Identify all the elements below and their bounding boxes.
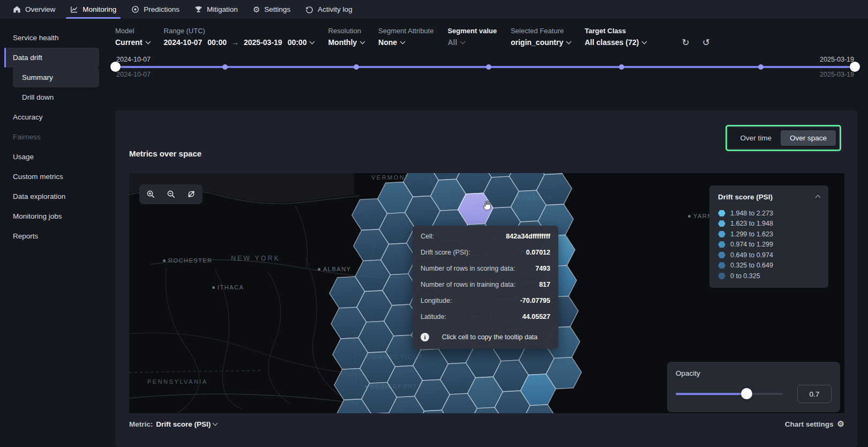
refresh-icon[interactable]: ↻ xyxy=(682,39,689,47)
sidebar-item-accuracy[interactable]: Accuracy xyxy=(0,107,104,127)
nav-item-settings[interactable]: ⚙ Settings xyxy=(245,0,298,19)
sidebar-item-usage[interactable]: Usage xyxy=(0,147,104,167)
timeline-track[interactable] xyxy=(115,66,855,68)
nav-item-predictions[interactable]: Predictions xyxy=(124,0,187,19)
legend-item: 1.299 to 1.623 xyxy=(718,229,820,240)
timeline-dot xyxy=(222,64,228,70)
nav-item-monitoring[interactable]: Monitoring xyxy=(63,0,124,19)
gear-icon: ⚙ xyxy=(253,5,260,14)
map-zoom-controls xyxy=(139,184,203,204)
range-end-date: 2025-03-19 xyxy=(244,38,288,47)
opacity-slider[interactable] xyxy=(676,393,783,395)
opacity-slider-fill xyxy=(676,393,746,395)
model-selector[interactable]: Model Current xyxy=(115,27,150,47)
legend-item: 0 to 0.325 xyxy=(718,271,820,281)
zoom-out-icon[interactable] xyxy=(161,185,181,203)
main-content: Model Current Range (UTC) 2024-10-07 00:… xyxy=(104,19,868,447)
history-icon xyxy=(305,5,313,13)
cell-tooltip: Cell:842a34dffffffff Drift score (PSI):0… xyxy=(413,226,558,349)
nav-item-overview[interactable]: Overview xyxy=(5,0,63,19)
sidebar-item-fairness[interactable]: Fairness xyxy=(0,127,104,147)
segment-value-selector[interactable]: Segment value All xyxy=(447,27,497,47)
sidebar-item-drill-down[interactable]: Drill down xyxy=(0,87,104,107)
zoom-reset-icon[interactable] xyxy=(181,185,201,203)
range-start-time: 00:00 xyxy=(207,38,227,47)
legend-item: 0.649 to 0.974 xyxy=(718,250,820,260)
legend-item: 1.623 to 1.948 xyxy=(718,219,820,229)
chevron-down-icon xyxy=(400,39,406,44)
nav-label: Settings xyxy=(264,5,290,13)
chart-settings-button[interactable]: Chart settings ⚙ xyxy=(785,419,844,429)
chevron-down-icon xyxy=(310,39,315,44)
sidebar-item-service-health[interactable]: Service health xyxy=(0,28,104,48)
range-end-time: 00:00 xyxy=(288,38,307,47)
view-toggle: Over time Over space xyxy=(729,128,838,148)
hex-swatch xyxy=(718,220,725,227)
nav-label: Predictions xyxy=(144,5,179,13)
home-icon xyxy=(13,5,21,13)
chevron-down-icon xyxy=(213,421,218,426)
timeline-dot xyxy=(758,64,764,70)
legend-title: Drift score (PSI) xyxy=(718,193,773,201)
sidebar-item-data-drift[interactable]: Data drift xyxy=(4,48,99,68)
nav-label: Mitigation xyxy=(207,5,238,13)
opacity-label: Opacity xyxy=(676,369,832,377)
range-start-date: 2024-10-07 xyxy=(164,38,208,47)
top-nav: Overview Monitoring Predictions Mitigati… xyxy=(0,0,868,19)
nav-item-activity-log[interactable]: Activity log xyxy=(298,0,360,19)
panel-heading: Metrics over space xyxy=(129,149,201,158)
chevron-down-icon xyxy=(460,39,466,44)
nav-label: Activity log xyxy=(318,5,353,13)
active-indicator-bar xyxy=(4,48,6,68)
arrow-right-icon: → xyxy=(227,38,244,47)
filter-toolbar: Model Current Range (UTC) 2024-10-07 00:… xyxy=(104,19,868,54)
chevron-down-icon xyxy=(360,39,365,44)
timeline-dot xyxy=(619,64,624,70)
sidebar-item-reports[interactable]: Reports xyxy=(0,226,104,246)
target-icon xyxy=(131,5,139,13)
over-time-button[interactable]: Over time xyxy=(731,130,781,146)
app-window: Overview Monitoring Predictions Mitigati… xyxy=(0,0,868,447)
opacity-slider-handle[interactable] xyxy=(741,388,752,399)
gear-icon: ⚙ xyxy=(837,419,844,429)
hex-swatch xyxy=(718,241,725,248)
over-space-button[interactable]: Over space xyxy=(781,130,836,146)
chevron-down-icon xyxy=(642,39,647,44)
trophy-icon xyxy=(194,5,203,13)
nav-label: Overview xyxy=(25,5,55,13)
reset-icon[interactable]: ↺ xyxy=(702,39,710,47)
nav-item-mitigation[interactable]: Mitigation xyxy=(187,0,245,19)
nav-label: Monitoring xyxy=(83,5,116,13)
legend-panel: Drift score (PSI) 1.948 to 2.273 1.623 t… xyxy=(709,185,828,288)
hex-swatch xyxy=(718,210,725,217)
legend-item: 1.948 to 2.273 xyxy=(718,208,820,219)
time-range-slider: 2024-10-07 2025-03-19 2024-10-07 2025-03… xyxy=(115,54,855,81)
timeline-end-sublabel: 2025-03-19 xyxy=(820,71,854,78)
hex-swatch xyxy=(718,262,725,269)
sidebar-item-summary[interactable]: Summary xyxy=(13,68,99,87)
sidebar-item-monitoring-jobs[interactable]: Monitoring jobs xyxy=(0,206,104,226)
chevron-up-icon[interactable] xyxy=(815,195,821,200)
zoom-in-icon[interactable] xyxy=(140,185,161,203)
hex-map[interactable]: VERMONTAUGUSTAYARMOUTHROCHESTERNEW YORKI… xyxy=(129,173,844,413)
hex-swatch xyxy=(718,273,725,279)
info-icon: i xyxy=(421,333,429,341)
target-class-selector[interactable]: Target Class All classes (72) xyxy=(585,27,646,47)
sidebar-item-data-exploration[interactable]: Data exploration xyxy=(0,187,104,206)
timeline-start-label: 2024-10-07 xyxy=(116,56,151,63)
metrics-panel: Over time Over space Metrics over space xyxy=(115,110,857,447)
hex-swatch xyxy=(718,252,725,258)
timeline-dot xyxy=(354,64,359,70)
hand-cursor-icon xyxy=(482,199,495,214)
range-selector[interactable]: Range (UTC) 2024-10-07 00:00 → 2025-03-1… xyxy=(164,27,315,47)
metric-selector[interactable]: Metric: Drift score (PSI) xyxy=(129,420,217,428)
hex-swatch xyxy=(718,231,725,237)
sidebar-item-custom-metrics[interactable]: Custom metrics xyxy=(0,167,104,187)
legend-item: 0.974 to 1.299 xyxy=(718,240,820,250)
opacity-panel: Opacity xyxy=(667,362,840,412)
segment-attribute-selector[interactable]: Segment Attribute None xyxy=(378,27,433,47)
opacity-value-input[interactable] xyxy=(797,385,832,403)
timeline-dot xyxy=(486,64,491,70)
selected-feature-selector[interactable]: Selected Feature origin_country xyxy=(511,27,571,47)
resolution-selector[interactable]: Resolution Monthly xyxy=(328,27,364,47)
